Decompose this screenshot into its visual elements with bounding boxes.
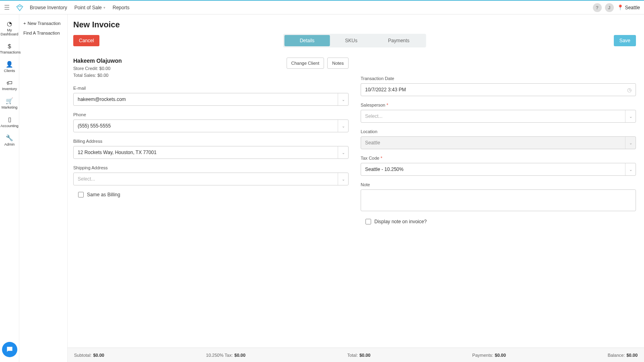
sub-new-transaction[interactable]: +New Transaction [23, 19, 64, 28]
chevron-down-icon: ⌄ [625, 137, 636, 149]
icon-sidebar: ◔My Dashboard $Transactions 👤Clients 🏷In… [0, 14, 19, 362]
transactions-icon: $ [0, 43, 19, 49]
subtotal-label: Subtotal: [74, 353, 91, 358]
pin-icon: 📍 [617, 4, 623, 10]
footer-totals: Subtotal: $0.00 10.250% Tax: $0.00 Total… [68, 348, 644, 362]
chevron-down-icon: ⌄ [338, 93, 348, 105]
chat-launcher[interactable] [2, 342, 17, 357]
salesperson-select[interactable]: Select... ⌄ [361, 110, 636, 123]
tax-total-label: 10.250% Tax: [206, 353, 233, 358]
sidebar-item-admin[interactable]: 🔧Admin [0, 132, 19, 150]
client-store-credit: Store Credit: $0.00 [73, 65, 122, 72]
cart-icon: 🛒 [0, 97, 19, 105]
billing-select[interactable]: 12 Rockets Way, Houston, TX 77001 ⌄ [73, 146, 349, 159]
sidebar-item-accounting[interactable]: ▯Accounting [0, 113, 19, 132]
sidebar-item-inventory[interactable]: 🏷Inventory [0, 77, 19, 95]
nav-point-of-sale[interactable]: Point of Sale ▾ [74, 5, 105, 10]
plus-icon: + [23, 21, 26, 26]
balance-label: Balance: [608, 353, 625, 358]
location-selector[interactable]: 📍 Seattle [617, 4, 640, 10]
billing-label: Billing Address [73, 139, 349, 144]
total-label: Total: [347, 353, 358, 358]
phone-select[interactable]: (555) 555-5555 ⌄ [73, 119, 349, 132]
nav-reports[interactable]: Reports [113, 5, 130, 10]
same-as-billing-checkbox[interactable] [78, 192, 84, 197]
segment-tabs: Details SKUs Payments [283, 34, 426, 47]
chevron-down-icon: ⌄ [338, 173, 348, 185]
user-avatar[interactable]: J [605, 3, 614, 12]
sidebar-item-marketing[interactable]: 🛒Marketing [0, 95, 19, 113]
shipping-select[interactable]: Select... ⌄ [73, 173, 349, 185]
chevron-down-icon: ⌄ [625, 163, 636, 175]
display-note-checkbox[interactable] [365, 219, 371, 224]
balance-value: $0.00 [626, 353, 638, 358]
notes-button[interactable]: Notes [327, 58, 349, 69]
tax-total-value: $0.00 [234, 353, 246, 358]
hamburger-icon[interactable]: ☰ [4, 4, 10, 11]
location-label: Location [361, 129, 636, 134]
same-as-billing-label: Same as Billing [87, 192, 120, 197]
client-name: Hakeem Olajuwon [73, 58, 122, 64]
chevron-down-icon: ⌄ [625, 110, 636, 122]
transaction-date-input[interactable]: 10/7/2022 3:43 PM ◷ [361, 83, 636, 96]
dashboard-icon: ◔ [0, 20, 19, 27]
top-bar: ☰ Browse Inventory Point of Sale ▾ Repor… [0, 0, 644, 14]
display-note-label: Display note on invoice? [374, 219, 427, 224]
tab-details[interactable]: Details [285, 35, 330, 46]
nav-browse-inventory[interactable]: Browse Inventory [30, 5, 67, 10]
client-total-sales: Total Sales: $0.00 [73, 72, 122, 79]
chevron-down-icon: ⌄ [338, 146, 348, 158]
salesperson-label: Salesperson * [361, 103, 636, 107]
ledger-icon: ▯ [0, 116, 19, 123]
chevron-down-icon: ⌄ [338, 120, 348, 132]
payments-label: Payments: [472, 353, 493, 358]
page-title: New Invoice [73, 20, 120, 29]
location-select: Seattle ⌄ [361, 136, 636, 149]
note-label: Note [361, 182, 636, 187]
tax-code-label: Tax Code * [361, 156, 636, 160]
sidebar-item-clients[interactable]: 👤Clients [0, 58, 19, 77]
phone-label: Phone [73, 112, 349, 117]
change-client-button[interactable]: Change Client [287, 58, 324, 69]
email-select[interactable]: hakeem@rockets.com ⌄ [73, 93, 349, 106]
payments-value: $0.00 [495, 353, 506, 358]
email-label: E-mail [73, 86, 349, 90]
clients-icon: 👤 [0, 61, 19, 68]
save-button[interactable]: Save [614, 35, 636, 46]
sidebar-item-transactions[interactable]: $Transactions [0, 40, 19, 58]
sub-sidebar: +New Transaction Find A Transaction [19, 14, 68, 362]
shipping-label: Shipping Address [73, 165, 349, 170]
sidebar-item-dashboard[interactable]: ◔My Dashboard [0, 18, 19, 40]
wrench-icon: 🔧 [0, 134, 19, 142]
tab-skus[interactable]: SKUs [330, 35, 373, 46]
sub-find-transaction[interactable]: Find A Transaction [23, 28, 64, 38]
logo-icon[interactable] [15, 3, 24, 12]
cancel-button[interactable]: Cancel [73, 35, 99, 46]
tab-payments[interactable]: Payments [373, 35, 425, 46]
help-button[interactable]: ? [593, 3, 602, 12]
clock-icon: ◷ [627, 87, 632, 93]
tag-icon: 🏷 [0, 79, 19, 86]
total-value: $0.00 [359, 353, 371, 358]
tax-code-select[interactable]: Seattle - 10.250% ⌄ [361, 163, 636, 176]
transaction-date-label: Transaction Date [361, 76, 636, 81]
subtotal-value: $0.00 [93, 353, 104, 358]
note-textarea[interactable] [361, 189, 636, 211]
chevron-down-icon: ▾ [103, 6, 105, 10]
